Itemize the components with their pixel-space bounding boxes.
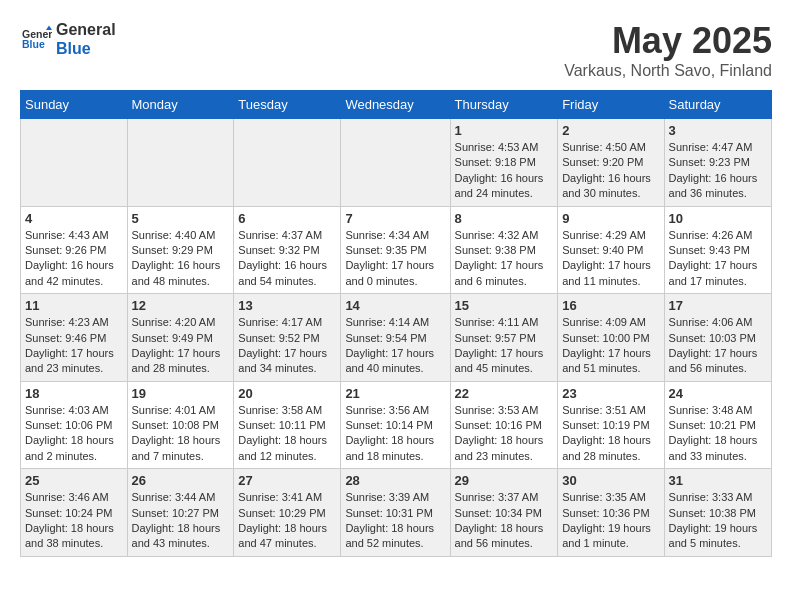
calendar-week-row: 4Sunrise: 4:43 AM Sunset: 9:26 PM Daylig… [21, 206, 772, 294]
day-number: 3 [669, 123, 767, 138]
day-number: 8 [455, 211, 554, 226]
day-info: Sunrise: 4:29 AM Sunset: 9:40 PM Dayligh… [562, 228, 659, 290]
day-number: 24 [669, 386, 767, 401]
day-info: Sunrise: 4:34 AM Sunset: 9:35 PM Dayligh… [345, 228, 445, 290]
day-number: 2 [562, 123, 659, 138]
day-number: 23 [562, 386, 659, 401]
header-monday: Monday [127, 91, 234, 119]
day-info: Sunrise: 3:51 AM Sunset: 10:19 PM Daylig… [562, 403, 659, 465]
calendar-week-row: 1Sunrise: 4:53 AM Sunset: 9:18 PM Daylig… [21, 119, 772, 207]
day-info: Sunrise: 4:03 AM Sunset: 10:06 PM Daylig… [25, 403, 123, 465]
day-number: 18 [25, 386, 123, 401]
calendar-day-30: 30Sunrise: 3:35 AM Sunset: 10:36 PM Dayl… [558, 469, 664, 557]
page-header: General Blue General Blue May 2025 Varka… [20, 20, 772, 80]
day-info: Sunrise: 3:44 AM Sunset: 10:27 PM Daylig… [132, 490, 230, 552]
calendar-day-2: 2Sunrise: 4:50 AM Sunset: 9:20 PM Daylig… [558, 119, 664, 207]
header-tuesday: Tuesday [234, 91, 341, 119]
logo: General Blue General Blue [20, 20, 116, 58]
header-thursday: Thursday [450, 91, 558, 119]
calendar-day-20: 20Sunrise: 3:58 AM Sunset: 10:11 PM Dayl… [234, 381, 341, 469]
day-info: Sunrise: 4:01 AM Sunset: 10:08 PM Daylig… [132, 403, 230, 465]
logo-general-text: General [56, 20, 116, 39]
day-info: Sunrise: 3:48 AM Sunset: 10:21 PM Daylig… [669, 403, 767, 465]
calendar-day-27: 27Sunrise: 3:41 AM Sunset: 10:29 PM Dayl… [234, 469, 341, 557]
month-title: May 2025 [564, 20, 772, 62]
day-number: 12 [132, 298, 230, 313]
day-number: 7 [345, 211, 445, 226]
day-number: 31 [669, 473, 767, 488]
day-info: Sunrise: 4:37 AM Sunset: 9:32 PM Dayligh… [238, 228, 336, 290]
day-info: Sunrise: 4:17 AM Sunset: 9:52 PM Dayligh… [238, 315, 336, 377]
day-info: Sunrise: 3:46 AM Sunset: 10:24 PM Daylig… [25, 490, 123, 552]
calendar-day-18: 18Sunrise: 4:03 AM Sunset: 10:06 PM Dayl… [21, 381, 128, 469]
day-number: 4 [25, 211, 123, 226]
empty-day-cell [234, 119, 341, 207]
header-wednesday: Wednesday [341, 91, 450, 119]
calendar-day-10: 10Sunrise: 4:26 AM Sunset: 9:43 PM Dayli… [664, 206, 771, 294]
day-info: Sunrise: 4:26 AM Sunset: 9:43 PM Dayligh… [669, 228, 767, 290]
header-saturday: Saturday [664, 91, 771, 119]
location-subtitle: Varkaus, North Savo, Finland [564, 62, 772, 80]
day-number: 16 [562, 298, 659, 313]
calendar-day-19: 19Sunrise: 4:01 AM Sunset: 10:08 PM Dayl… [127, 381, 234, 469]
day-info: Sunrise: 4:47 AM Sunset: 9:23 PM Dayligh… [669, 140, 767, 202]
day-number: 19 [132, 386, 230, 401]
title-section: May 2025 Varkaus, North Savo, Finland [564, 20, 772, 80]
day-info: Sunrise: 4:40 AM Sunset: 9:29 PM Dayligh… [132, 228, 230, 290]
day-number: 30 [562, 473, 659, 488]
svg-text:Blue: Blue [22, 38, 45, 50]
day-info: Sunrise: 3:56 AM Sunset: 10:14 PM Daylig… [345, 403, 445, 465]
empty-day-cell [127, 119, 234, 207]
calendar-day-8: 8Sunrise: 4:32 AM Sunset: 9:38 PM Daylig… [450, 206, 558, 294]
calendar-day-31: 31Sunrise: 3:33 AM Sunset: 10:38 PM Dayl… [664, 469, 771, 557]
calendar-week-row: 11Sunrise: 4:23 AM Sunset: 9:46 PM Dayli… [21, 294, 772, 382]
day-number: 21 [345, 386, 445, 401]
logo-blue-text: Blue [56, 39, 116, 58]
empty-day-cell [341, 119, 450, 207]
day-number: 11 [25, 298, 123, 313]
calendar-week-row: 25Sunrise: 3:46 AM Sunset: 10:24 PM Dayl… [21, 469, 772, 557]
empty-day-cell [21, 119, 128, 207]
day-info: Sunrise: 3:35 AM Sunset: 10:36 PM Daylig… [562, 490, 659, 552]
day-number: 13 [238, 298, 336, 313]
calendar-day-11: 11Sunrise: 4:23 AM Sunset: 9:46 PM Dayli… [21, 294, 128, 382]
calendar-day-3: 3Sunrise: 4:47 AM Sunset: 9:23 PM Daylig… [664, 119, 771, 207]
day-number: 25 [25, 473, 123, 488]
day-number: 14 [345, 298, 445, 313]
day-info: Sunrise: 3:41 AM Sunset: 10:29 PM Daylig… [238, 490, 336, 552]
calendar-day-4: 4Sunrise: 4:43 AM Sunset: 9:26 PM Daylig… [21, 206, 128, 294]
day-number: 27 [238, 473, 336, 488]
calendar-day-29: 29Sunrise: 3:37 AM Sunset: 10:34 PM Dayl… [450, 469, 558, 557]
day-info: Sunrise: 4:23 AM Sunset: 9:46 PM Dayligh… [25, 315, 123, 377]
calendar-day-9: 9Sunrise: 4:29 AM Sunset: 9:40 PM Daylig… [558, 206, 664, 294]
day-number: 20 [238, 386, 336, 401]
calendar-day-17: 17Sunrise: 4:06 AM Sunset: 10:03 PM Dayl… [664, 294, 771, 382]
header-friday: Friday [558, 91, 664, 119]
day-number: 5 [132, 211, 230, 226]
calendar-day-28: 28Sunrise: 3:39 AM Sunset: 10:31 PM Dayl… [341, 469, 450, 557]
day-number: 29 [455, 473, 554, 488]
calendar-week-row: 18Sunrise: 4:03 AM Sunset: 10:06 PM Dayl… [21, 381, 772, 469]
day-info: Sunrise: 3:53 AM Sunset: 10:16 PM Daylig… [455, 403, 554, 465]
calendar-day-14: 14Sunrise: 4:14 AM Sunset: 9:54 PM Dayli… [341, 294, 450, 382]
day-info: Sunrise: 3:33 AM Sunset: 10:38 PM Daylig… [669, 490, 767, 552]
calendar-table: SundayMondayTuesdayWednesdayThursdayFrid… [20, 90, 772, 557]
calendar-day-12: 12Sunrise: 4:20 AM Sunset: 9:49 PM Dayli… [127, 294, 234, 382]
day-number: 6 [238, 211, 336, 226]
day-info: Sunrise: 4:06 AM Sunset: 10:03 PM Daylig… [669, 315, 767, 377]
day-number: 28 [345, 473, 445, 488]
calendar-day-23: 23Sunrise: 3:51 AM Sunset: 10:19 PM Dayl… [558, 381, 664, 469]
calendar-day-24: 24Sunrise: 3:48 AM Sunset: 10:21 PM Dayl… [664, 381, 771, 469]
day-info: Sunrise: 4:11 AM Sunset: 9:57 PM Dayligh… [455, 315, 554, 377]
day-info: Sunrise: 4:09 AM Sunset: 10:00 PM Daylig… [562, 315, 659, 377]
calendar-day-5: 5Sunrise: 4:40 AM Sunset: 9:29 PM Daylig… [127, 206, 234, 294]
calendar-header-row: SundayMondayTuesdayWednesdayThursdayFrid… [21, 91, 772, 119]
calendar-day-6: 6Sunrise: 4:37 AM Sunset: 9:32 PM Daylig… [234, 206, 341, 294]
calendar-day-16: 16Sunrise: 4:09 AM Sunset: 10:00 PM Dayl… [558, 294, 664, 382]
calendar-day-15: 15Sunrise: 4:11 AM Sunset: 9:57 PM Dayli… [450, 294, 558, 382]
day-info: Sunrise: 4:14 AM Sunset: 9:54 PM Dayligh… [345, 315, 445, 377]
day-info: Sunrise: 4:43 AM Sunset: 9:26 PM Dayligh… [25, 228, 123, 290]
day-number: 10 [669, 211, 767, 226]
calendar-day-13: 13Sunrise: 4:17 AM Sunset: 9:52 PM Dayli… [234, 294, 341, 382]
day-info: Sunrise: 4:50 AM Sunset: 9:20 PM Dayligh… [562, 140, 659, 202]
